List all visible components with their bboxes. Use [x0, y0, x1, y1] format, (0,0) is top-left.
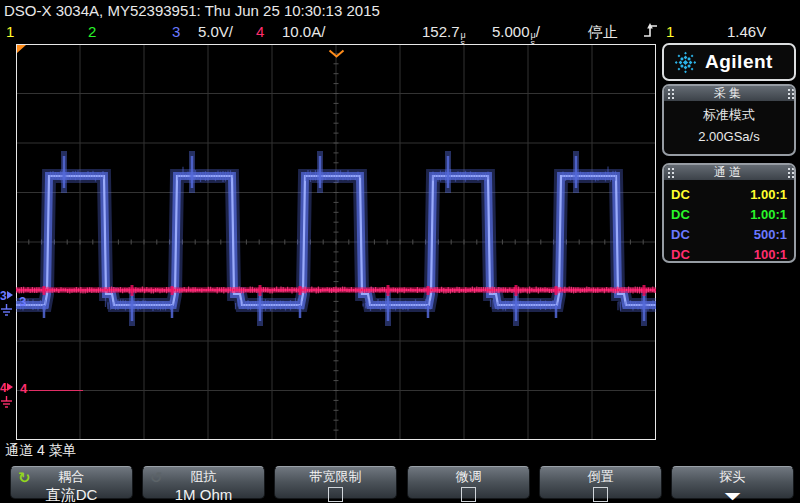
channels-title: 通道	[670, 164, 788, 181]
grip-icon	[788, 168, 790, 170]
softkey-label: 带宽限制	[275, 468, 396, 486]
instrument-id: DSO-X 3034A, MY52393951: Thu Jun 25 10:3…	[4, 2, 380, 19]
delay-value: 152.7	[422, 23, 460, 40]
status-row: 1 2 3 5.0V/ 4 10.0A/ 152.7μs 5.000μs/ 停止…	[0, 22, 800, 42]
ch1-coupling: DC	[671, 187, 690, 202]
cycle-icon: ↺	[150, 469, 163, 487]
channel-3-marker-label: 3	[0, 289, 7, 303]
waveform-canvas	[16, 44, 656, 440]
softkey-invert[interactable]: 倒置	[539, 466, 662, 499]
trigger-level: 1.46V	[727, 23, 766, 40]
channel-4-trace-label: 4	[20, 382, 27, 395]
checkbox-unchecked[interactable]	[328, 487, 343, 502]
channel-4-marker-arrow	[7, 383, 13, 391]
softkey-bw-limit[interactable]: 带宽限制	[274, 466, 397, 499]
checkbox-unchecked[interactable]	[593, 487, 608, 502]
ch2-probe-ratio: 1.00:1	[750, 207, 787, 222]
softkey-value: 1M Ohm	[143, 486, 264, 503]
acquisition-mode: 标准模式	[664, 106, 794, 124]
channel-1-badge[interactable]: 1	[6, 23, 14, 40]
ch2-coupling: DC	[671, 207, 690, 222]
trigger-edge-icon	[643, 22, 658, 42]
timebase-value: 5.000	[492, 23, 530, 40]
ch4-coupling: DC	[671, 247, 690, 262]
channel-3-marker-arrow	[7, 291, 13, 299]
grip-icon	[788, 89, 790, 91]
channel-4-marker-label: 4	[0, 381, 7, 395]
channel-3-ground-marker[interactable]: 3	[0, 286, 16, 318]
acquisition-panel: 采集 标准模式 2.00GSa/s	[662, 84, 796, 156]
softkey-value: 直流DC	[11, 486, 132, 503]
softkey-label: 微调	[408, 468, 529, 486]
channel-4-badge[interactable]: 4	[256, 23, 264, 40]
channel-4-reference-line	[29, 390, 83, 391]
menu-title: 通道 4 菜单	[5, 442, 77, 460]
channel-2-badge[interactable]: 2	[88, 23, 96, 40]
run-state-label: 停止	[588, 23, 618, 42]
cycle-icon: ↻	[18, 469, 31, 487]
channel-4-row: DC 100:1	[671, 244, 787, 263]
ch1-probe-ratio: 1.00:1	[750, 187, 787, 202]
ch3-probe-ratio: 500:1	[754, 227, 787, 242]
channel-4-ground-marker[interactable]: 4	[0, 378, 16, 410]
acquisition-header: 采集	[664, 86, 794, 101]
channels-panel: 通道 DC 1.00:1 DC 1.00:1 DC 500:1 DC 100:1	[662, 163, 796, 263]
time-reference-marker	[17, 45, 26, 53]
ground-icon	[0, 304, 13, 318]
channels-header: 通道	[664, 165, 794, 180]
softkey-probe[interactable]: 探头 ▼	[671, 466, 794, 499]
channel-2-row: DC 1.00:1	[671, 204, 787, 224]
brand-name: Agilent	[705, 51, 773, 73]
submenu-arrow-icon: ▼	[719, 489, 745, 502]
ch4-probe-ratio: 100:1	[754, 247, 787, 262]
graticule	[16, 44, 656, 440]
softkey-fine-adjust[interactable]: 微调	[407, 466, 530, 499]
softkey-label: 倒置	[540, 468, 661, 486]
oscilloscope-screen: DSO-X 3034A, MY52393951: Thu Jun 25 10:3…	[0, 0, 800, 503]
sample-rate: 2.00GSa/s	[664, 129, 794, 144]
channel-3-row: DC 500:1	[671, 224, 787, 244]
softkey-label: 探头	[672, 468, 793, 486]
trigger-position-marker	[328, 44, 345, 53]
titlebar: DSO-X 3034A, MY52393951: Thu Jun 25 10:3…	[4, 2, 380, 19]
softkey-coupling[interactable]: ↻ 耦合 直流DC	[10, 466, 133, 499]
checkbox-unchecked[interactable]	[461, 487, 476, 502]
channel-3-trace-label: 3	[19, 295, 26, 308]
softkey-impedance[interactable]: ↺ 阻抗 1M Ohm	[142, 466, 265, 499]
brand-panel: Agilent	[662, 43, 796, 81]
agilent-logo-icon	[673, 50, 698, 75]
trigger-source: 1	[666, 23, 674, 40]
acquisition-title: 采集	[670, 85, 788, 102]
channel-3-badge[interactable]: 3	[172, 23, 180, 40]
ch3-coupling: DC	[671, 227, 690, 242]
ground-icon	[0, 396, 13, 410]
channel-1-row: DC 1.00:1	[671, 184, 787, 204]
channel-4-scale: 10.0A/	[282, 23, 325, 40]
channel-3-scale: 5.0V/	[198, 23, 233, 40]
